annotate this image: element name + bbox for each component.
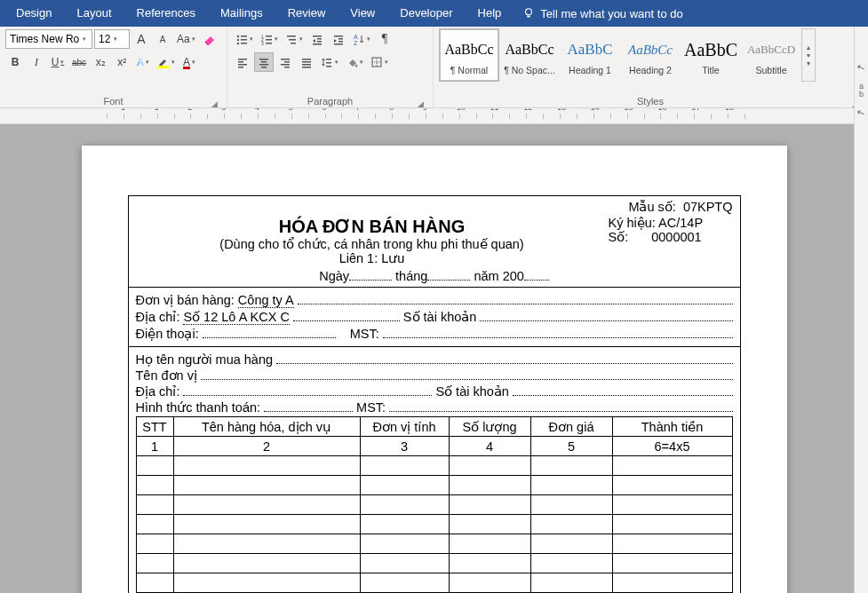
table-cell[interactable] (360, 573, 449, 593)
table-cell[interactable] (360, 476, 449, 495)
table-cell[interactable] (530, 456, 612, 476)
highlight-button[interactable] (155, 52, 178, 72)
font-color-icon: A (183, 56, 190, 68)
table-cell[interactable] (136, 476, 173, 495)
shrink-font-button[interactable]: A (153, 29, 172, 49)
font-size-combo[interactable]: 12▾ (94, 29, 130, 49)
table-cell[interactable] (612, 515, 732, 534)
grow-font-button[interactable]: A (131, 29, 151, 49)
table-cell[interactable] (449, 515, 530, 534)
table-cell[interactable] (530, 495, 612, 515)
style-subtitle[interactable]: AaBbCcDSubtitle (741, 28, 801, 82)
style-heading-2[interactable]: AaBbCcHeading 2 (620, 28, 681, 82)
sort-button[interactable]: AZ (350, 29, 373, 49)
table-cell[interactable] (530, 554, 612, 573)
bold-button[interactable]: B (5, 52, 25, 72)
style-title[interactable]: AaBbCTitle (681, 28, 741, 82)
workspace[interactable]: 1123456789101112131415161718 Mẫu số: 07K… (0, 108, 868, 593)
align-center-button[interactable] (254, 52, 274, 72)
font-name-combo[interactable]: Times New Ro▾ (5, 29, 92, 49)
table-cell[interactable] (136, 554, 173, 573)
styles-more-button[interactable]: ▴▾▾ (801, 28, 816, 82)
table-cell[interactable] (360, 534, 449, 554)
numbering-button[interactable]: 123 (258, 29, 281, 49)
subscript-button[interactable]: x₂ (91, 52, 110, 72)
horizontal-ruler[interactable]: 1123456789101112131415161718 (0, 108, 868, 124)
paragraph-dialog-launcher[interactable]: ◢ (415, 97, 426, 107)
table-cell[interactable] (449, 476, 530, 495)
multilevel-list-button[interactable] (283, 29, 306, 49)
svg-rect-3 (241, 36, 247, 37)
tab-design[interactable]: Design (4, 0, 64, 27)
table-cell[interactable] (360, 456, 449, 476)
table-cell[interactable] (173, 456, 360, 476)
tab-review[interactable]: Review (275, 0, 338, 27)
table-cell[interactable] (612, 554, 732, 573)
text-effects-button[interactable]: A (133, 52, 153, 72)
table-cell[interactable] (173, 495, 360, 515)
align-right-button[interactable] (275, 52, 295, 72)
line-spacing-button[interactable] (318, 52, 341, 72)
table-cell[interactable] (136, 534, 173, 554)
table-cell[interactable] (449, 554, 530, 573)
bullets-icon (235, 33, 248, 45)
superscript-button[interactable]: x² (112, 52, 131, 72)
tab-view[interactable]: View (338, 0, 387, 27)
table-cell[interactable] (360, 495, 449, 515)
table-cell[interactable] (360, 515, 449, 534)
table-cell[interactable] (173, 573, 360, 593)
align-left-button[interactable] (233, 52, 252, 72)
strikethrough-button[interactable]: abc (69, 52, 89, 72)
document-page[interactable]: Mẫu số: 07KPTQ HÓA ĐƠN BÁN HÀNG (Dùng ch… (82, 146, 787, 593)
borders-button[interactable] (368, 52, 391, 72)
table-header: Đơn vị tính (360, 417, 449, 437)
table-cell[interactable] (449, 495, 530, 515)
clear-formatting-button[interactable] (200, 29, 219, 49)
table-cell[interactable] (360, 554, 449, 573)
tab-mailings[interactable]: Mailings (208, 0, 275, 27)
table-cell[interactable] (530, 476, 612, 495)
increase-indent-button[interactable] (329, 29, 348, 49)
table-cell[interactable] (173, 534, 360, 554)
table-cell[interactable] (612, 495, 732, 515)
style-no-spacing[interactable]: AaBbCc¶ No Spac... (499, 28, 560, 82)
justify-button[interactable] (297, 52, 316, 72)
table-cell[interactable] (173, 554, 360, 573)
table-cell[interactable] (136, 456, 173, 476)
svg-rect-11 (266, 39, 272, 41)
table-cell[interactable] (449, 534, 530, 554)
svg-rect-43 (326, 59, 331, 60)
font-color-button[interactable]: A (179, 52, 199, 72)
table-cell[interactable] (136, 495, 173, 515)
table-cell[interactable] (136, 573, 173, 593)
bullets-button[interactable] (233, 29, 256, 49)
change-case-button[interactable]: Aa (174, 29, 198, 49)
table-cell[interactable] (612, 476, 732, 495)
table-cell[interactable] (530, 534, 612, 554)
table-cell[interactable] (612, 456, 732, 476)
decrease-indent-button[interactable] (307, 29, 327, 49)
table-cell[interactable] (173, 476, 360, 495)
table-cell[interactable] (612, 534, 732, 554)
table-cell[interactable] (449, 573, 530, 593)
table-cell[interactable] (173, 515, 360, 534)
tell-me[interactable]: Tell me what you want to do (522, 7, 682, 20)
show-marks-button[interactable]: ¶ (375, 29, 394, 49)
style-normal[interactable]: AaBbCc¶ Normal (439, 28, 499, 82)
tab-developer[interactable]: Developer (387, 0, 465, 27)
table-cell[interactable] (530, 515, 612, 534)
underline-button[interactable]: U (48, 52, 68, 72)
table-cell[interactable] (530, 573, 612, 593)
tab-layout[interactable]: Layout (64, 0, 123, 27)
svg-text:Z: Z (354, 40, 358, 45)
shading-button[interactable] (343, 52, 366, 72)
tab-references[interactable]: References (124, 0, 208, 27)
table-cell[interactable] (136, 515, 173, 534)
table-cell[interactable] (449, 456, 530, 476)
font-dialog-launcher[interactable]: ◢ (209, 97, 219, 107)
svg-rect-42 (302, 67, 311, 68)
italic-button[interactable]: I (27, 52, 46, 72)
style-heading-1[interactable]: AaBbCHeading 1 (560, 28, 620, 82)
table-cell[interactable] (612, 573, 732, 593)
tab-help[interactable]: Help (466, 0, 514, 27)
